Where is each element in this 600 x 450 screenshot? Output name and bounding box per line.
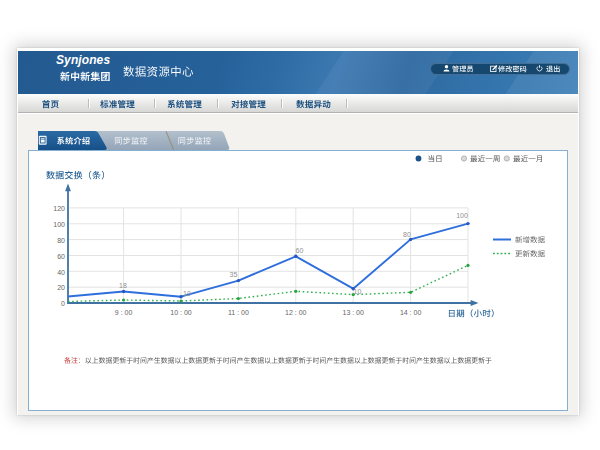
svg-text:9 : 00: 9 : 00 <box>115 309 133 316</box>
svg-text:11 : 00: 11 : 00 <box>228 309 249 316</box>
svg-text:100: 100 <box>53 221 65 228</box>
svg-text:20: 20 <box>57 284 65 291</box>
svg-text:60: 60 <box>57 253 65 260</box>
svg-text:0: 0 <box>61 300 65 307</box>
svg-text:18: 18 <box>119 282 127 289</box>
svg-text:14 : 00: 14 : 00 <box>400 309 422 316</box>
svg-text:10: 10 <box>183 290 191 297</box>
svg-text:80: 80 <box>403 231 411 238</box>
svg-text:100: 100 <box>456 212 468 219</box>
svg-text:40: 40 <box>57 269 65 276</box>
svg-text:35: 35 <box>230 271 238 278</box>
svg-text:12 : 00: 12 : 00 <box>285 309 307 316</box>
svg-text:80: 80 <box>57 237 65 244</box>
svg-text:13 : 00: 13 : 00 <box>342 309 364 316</box>
svg-text:10 : 00: 10 : 00 <box>170 309 192 316</box>
svg-text:60: 60 <box>296 247 304 254</box>
svg-text:10: 10 <box>354 288 362 295</box>
svg-text:120: 120 <box>53 205 65 212</box>
